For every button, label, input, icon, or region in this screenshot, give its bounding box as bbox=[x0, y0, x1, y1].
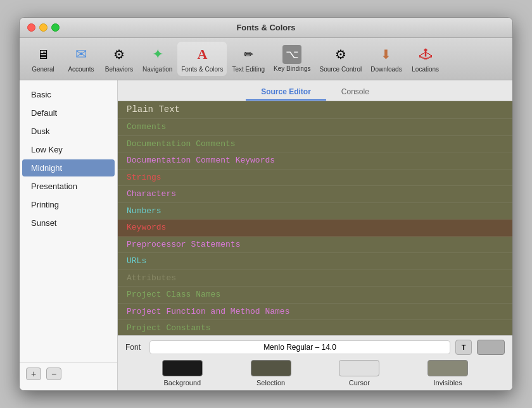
row-numbers[interactable]: Numbers bbox=[118, 203, 512, 220]
row-doc-comment-keywords[interactable]: Documentation Comment Keywords bbox=[118, 152, 512, 170]
toolbar-source-control[interactable]: ⚙ Source Control bbox=[315, 42, 365, 76]
selection-swatch[interactable] bbox=[251, 360, 291, 376]
add-theme-button[interactable]: + bbox=[26, 368, 41, 380]
toolbar-behaviors-label: Behaviors bbox=[105, 66, 133, 73]
background-swatch[interactable] bbox=[162, 360, 203, 376]
text-editing-icon: ✏ bbox=[238, 44, 258, 65]
row-project-class[interactable]: Project Class Names bbox=[118, 287, 512, 304]
row-project-function[interactable]: Project Function and Method Names bbox=[118, 304, 512, 321]
row-project-constants[interactable]: Project Constants bbox=[118, 320, 512, 335]
sidebar-footer: + − bbox=[20, 362, 117, 385]
row-attributes[interactable]: Attributes bbox=[118, 270, 512, 287]
tab-source-editor[interactable]: Source Editor bbox=[246, 84, 326, 101]
fonts-colors-icon: A bbox=[192, 44, 212, 65]
behaviors-icon: ⚙ bbox=[109, 44, 129, 65]
toolbar-general-label: General bbox=[32, 66, 54, 73]
sidebar-item-default[interactable]: Default bbox=[22, 104, 115, 121]
cursor-label: Cursor bbox=[349, 379, 370, 386]
general-icon: 🖥 bbox=[33, 44, 53, 65]
font-row: Font T bbox=[125, 340, 505, 355]
row-comments[interactable]: Comments bbox=[118, 119, 512, 136]
row-plain-text[interactable]: Plain Text bbox=[118, 101, 512, 119]
selection-label: Selection bbox=[256, 379, 285, 386]
title-bar: Fonts & Colors bbox=[20, 18, 512, 38]
toolbar-accounts-label: Accounts bbox=[68, 66, 94, 73]
toolbar-text-editing[interactable]: ✏ Text Editing bbox=[228, 42, 269, 76]
bottom-controls: Font T Background Selection bbox=[118, 335, 512, 390]
row-keywords[interactable]: Keywords bbox=[118, 219, 512, 237]
toolbar-source-control-label: Source Control bbox=[319, 66, 362, 73]
color-buttons-row: Background Selection Cursor Invisibles bbox=[125, 360, 505, 386]
minimize-button[interactable] bbox=[39, 23, 48, 32]
cursor-color-item: Cursor bbox=[339, 360, 379, 386]
tab-console[interactable]: Console bbox=[326, 84, 384, 101]
tabs-bar: Source Editor Console bbox=[118, 80, 512, 101]
toolbar-downloads-label: Downloads bbox=[370, 66, 402, 73]
row-urls[interactable]: URLs bbox=[118, 253, 512, 270]
toolbar-fonts-colors-label: Fonts & Colors bbox=[181, 66, 223, 73]
sidebar-item-midnight[interactable]: Midnight bbox=[22, 159, 115, 176]
main-window: Fonts & Colors 🖥 General ✉ Accounts ⚙ Be… bbox=[19, 17, 513, 391]
toolbar-behaviors[interactable]: ⚙ Behaviors bbox=[101, 42, 137, 76]
remove-theme-button[interactable]: − bbox=[46, 368, 61, 380]
sidebar-item-printing[interactable]: Printing bbox=[22, 196, 115, 213]
invisibles-label: Invisibles bbox=[434, 379, 462, 386]
background-label: Background bbox=[164, 379, 201, 386]
toolbar-text-editing-label: Text Editing bbox=[232, 66, 265, 73]
invisibles-color-item: Invisibles bbox=[428, 360, 468, 386]
toolbar-key-bindings-label: Key Bindings bbox=[274, 65, 310, 73]
sidebar: Basic Default Dusk Low Key Midnight Pres… bbox=[20, 80, 118, 390]
navigation-icon: ✦ bbox=[148, 44, 168, 65]
font-color-swatch[interactable] bbox=[477, 340, 505, 355]
sidebar-item-dusk[interactable]: Dusk bbox=[22, 123, 115, 140]
sidebar-item-low-key[interactable]: Low Key bbox=[22, 141, 115, 158]
source-control-icon: ⚙ bbox=[331, 44, 351, 65]
toolbar-accounts[interactable]: ✉ Accounts bbox=[63, 42, 99, 76]
locations-icon: 🕹 bbox=[415, 44, 436, 65]
font-label: Font bbox=[125, 343, 144, 352]
toolbar-locations-label: Locations bbox=[412, 66, 439, 73]
invisibles-swatch[interactable] bbox=[428, 360, 468, 376]
toolbar-key-bindings[interactable]: ⌥ Key Bindings bbox=[270, 42, 314, 75]
toolbar: 🖥 General ✉ Accounts ⚙ Behaviors ✦ Navig… bbox=[20, 38, 512, 80]
selection-color-item: Selection bbox=[251, 360, 291, 386]
row-characters[interactable]: Characters bbox=[118, 186, 512, 203]
close-button[interactable] bbox=[27, 23, 35, 32]
toolbar-navigation[interactable]: ✦ Navigation bbox=[139, 42, 176, 76]
background-color-item: Background bbox=[162, 360, 203, 386]
toolbar-fonts-colors[interactable]: A Fonts & Colors bbox=[177, 42, 227, 76]
sidebar-item-basic[interactable]: Basic bbox=[22, 86, 115, 103]
main-panel: Source Editor Console Plain Text Comment… bbox=[118, 80, 512, 390]
toolbar-locations[interactable]: 🕹 Locations bbox=[407, 42, 444, 76]
row-strings[interactable]: Strings bbox=[118, 170, 512, 187]
row-doc-comments[interactable]: Documentation Comments bbox=[118, 136, 512, 153]
row-preprocessor[interactable]: Preprocessor Statements bbox=[118, 237, 512, 254]
window-title: Fonts & Colors bbox=[236, 23, 295, 32]
downloads-icon: ⬇ bbox=[376, 44, 396, 65]
maximize-button[interactable] bbox=[51, 23, 60, 32]
font-field[interactable] bbox=[149, 340, 450, 354]
sidebar-item-presentation[interactable]: Presentation bbox=[22, 178, 115, 195]
content-area: Basic Default Dusk Low Key Midnight Pres… bbox=[20, 80, 512, 390]
editor-area: Plain Text Comments Documentation Commen… bbox=[118, 101, 512, 335]
sidebar-item-sunset[interactable]: Sunset bbox=[22, 214, 115, 232]
font-t-button[interactable]: T bbox=[455, 340, 472, 355]
toolbar-downloads[interactable]: ⬇ Downloads bbox=[367, 42, 405, 76]
toolbar-navigation-label: Navigation bbox=[142, 66, 172, 73]
key-bindings-icon: ⌥ bbox=[282, 45, 301, 64]
traffic-lights bbox=[27, 23, 60, 32]
cursor-swatch[interactable] bbox=[339, 360, 379, 376]
accounts-icon: ✉ bbox=[71, 44, 91, 65]
toolbar-general[interactable]: 🖥 General bbox=[25, 42, 61, 76]
